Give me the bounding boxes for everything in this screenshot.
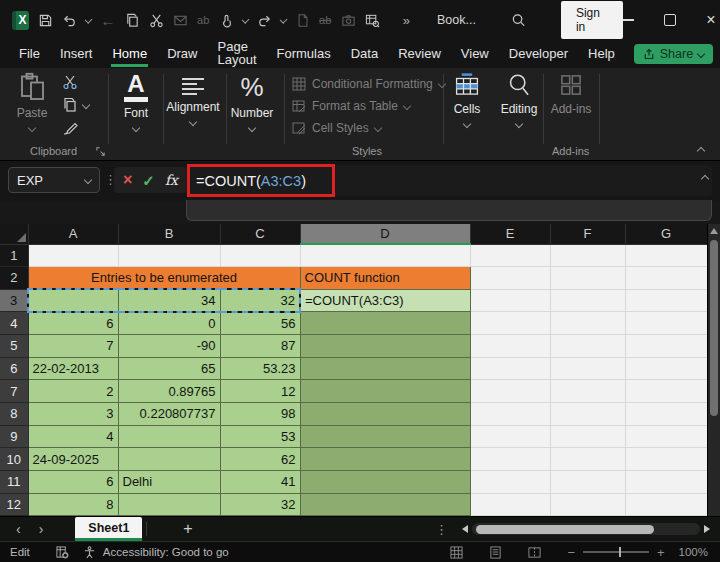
cell-D2[interactable]: COUNT function [300, 267, 470, 290]
cell-C6[interactable]: 53.23 [220, 357, 300, 380]
name-box-dropdown-icon[interactable] [84, 176, 92, 184]
cell-B5[interactable]: -90 [118, 335, 220, 358]
cut-button[interactable] [62, 74, 89, 90]
cell-A11[interactable]: 6 [28, 471, 118, 494]
cell-styles-button[interactable]: Cell Styles [292, 121, 445, 135]
editing-button[interactable]: Editing [492, 72, 546, 127]
row-header-5[interactable]: 5 [0, 335, 28, 358]
save-icon[interactable] [38, 13, 53, 28]
cell-F12[interactable] [550, 493, 625, 516]
sheet-tab-sheet1[interactable]: Sheet1 [75, 517, 142, 541]
row-header-8[interactable]: 8 [0, 403, 28, 426]
cell-G1[interactable] [625, 244, 707, 267]
cell-B6[interactable]: 65 [118, 357, 220, 380]
column-header-G[interactable]: G [625, 224, 707, 244]
cell-D5[interactable] [300, 335, 470, 358]
menu-tab-review[interactable]: Review [397, 42, 442, 67]
cell-E6[interactable] [470, 357, 550, 380]
zoom-in-icon[interactable]: + [657, 545, 665, 560]
cell-E9[interactable] [470, 425, 550, 448]
scroll-left-icon[interactable] [462, 525, 468, 533]
cell-D6[interactable] [300, 357, 470, 380]
cell-A9[interactable]: 4 [28, 425, 118, 448]
cut-icon[interactable] [149, 13, 164, 28]
page-layout-view-icon[interactable] [489, 546, 502, 559]
cell-B1[interactable] [118, 244, 220, 267]
cell-D9[interactable] [300, 425, 470, 448]
cell-F9[interactable] [550, 425, 625, 448]
cell-G6[interactable] [625, 357, 707, 380]
cell-G12[interactable] [625, 493, 707, 516]
cell-G4[interactable] [625, 312, 707, 335]
cell-D8[interactable] [300, 403, 470, 426]
cell-G10[interactable] [625, 448, 707, 471]
undo-dropdown-icon[interactable] [85, 16, 93, 24]
cancel-entry-icon[interactable]: × [123, 172, 132, 188]
editing-dropdown-icon[interactable] [515, 120, 523, 128]
cell-C11[interactable]: 41 [220, 471, 300, 494]
redo-icon[interactable] [257, 13, 272, 28]
number-dropdown-icon[interactable] [248, 124, 256, 132]
row-header-6[interactable]: 6 [0, 357, 28, 380]
close-icon[interactable]: × [706, 12, 715, 28]
touch-mode-dropdown-icon[interactable] [241, 16, 249, 24]
sign-in-button[interactable]: Sign in [561, 1, 623, 39]
select-all-corner[interactable] [0, 224, 28, 244]
cell-C5[interactable]: 87 [220, 335, 300, 358]
scroll-up-icon[interactable] [710, 228, 718, 234]
more-commands-icon[interactable]: » [403, 13, 410, 28]
cell-F8[interactable] [550, 403, 625, 426]
menu-tab-view[interactable]: View [460, 42, 490, 67]
minimize-icon[interactable] [623, 19, 634, 21]
cell-C7[interactable]: 12 [220, 380, 300, 403]
row-header-9[interactable]: 9 [0, 425, 28, 448]
cell-E3[interactable] [470, 289, 550, 312]
cell-C1[interactable] [220, 244, 300, 267]
cell-B11[interactable]: Delhi [118, 471, 220, 494]
cell-D7[interactable] [300, 380, 470, 403]
cell-G11[interactable] [625, 471, 707, 494]
cell-G7[interactable] [625, 380, 707, 403]
cell-D3[interactable]: =COUNT(A3:C3) [300, 289, 470, 312]
cell-A2-merged-header[interactable]: Entries to be enumerated [28, 267, 300, 290]
zoom-slider-thumb[interactable] [619, 547, 622, 557]
menu-tab-file[interactable]: File [18, 42, 41, 67]
cell-A3[interactable] [28, 289, 118, 312]
cell-C8[interactable]: 98 [220, 403, 300, 426]
column-header-F[interactable]: F [550, 224, 625, 244]
formula-input[interactable]: =COUNT(A3:C3) [186, 165, 712, 196]
zoom-out-icon[interactable]: − [567, 545, 575, 560]
column-header-B[interactable]: B [118, 224, 220, 244]
vertical-scrollbar[interactable] [707, 224, 720, 516]
row-header-10[interactable]: 10 [0, 448, 28, 471]
name-box[interactable]: EXP [8, 167, 100, 193]
undo-icon[interactable] [62, 13, 77, 28]
row-header-1[interactable]: 1 [0, 244, 28, 267]
font-button[interactable]: A Font [108, 72, 164, 131]
cell-E1[interactable] [470, 244, 550, 267]
cell-G5[interactable] [625, 335, 707, 358]
row-header-7[interactable]: 7 [0, 380, 28, 403]
next-sheet-icon[interactable]: › [39, 522, 44, 536]
cell-B8[interactable]: 0.220807737 [118, 403, 220, 426]
cell-F5[interactable] [550, 335, 625, 358]
cell-A5[interactable]: 7 [28, 335, 118, 358]
zoom-level[interactable]: 100% [679, 546, 708, 558]
table-lookup-icon[interactable] [365, 13, 380, 28]
row-header-4[interactable]: 4 [0, 312, 28, 335]
cell-F3[interactable] [550, 289, 625, 312]
row-header-12[interactable]: 12 [0, 493, 28, 516]
paste-dropdown-icon[interactable] [28, 124, 36, 132]
cell-E11[interactable] [470, 471, 550, 494]
cell-B12[interactable] [118, 493, 220, 516]
format-painter-button[interactable] [62, 120, 89, 136]
menu-tab-help[interactable]: Help [587, 42, 616, 67]
cell-A4[interactable]: 6 [28, 312, 118, 335]
row-header-3[interactable]: 3 [0, 289, 28, 312]
search-icon[interactable] [511, 13, 526, 28]
cell-A8[interactable]: 3 [28, 403, 118, 426]
cell-E5[interactable] [470, 335, 550, 358]
cells-button[interactable]: Cells [440, 72, 494, 127]
menu-tab-draw[interactable]: Draw [166, 42, 198, 67]
cell-F4[interactable] [550, 312, 625, 335]
